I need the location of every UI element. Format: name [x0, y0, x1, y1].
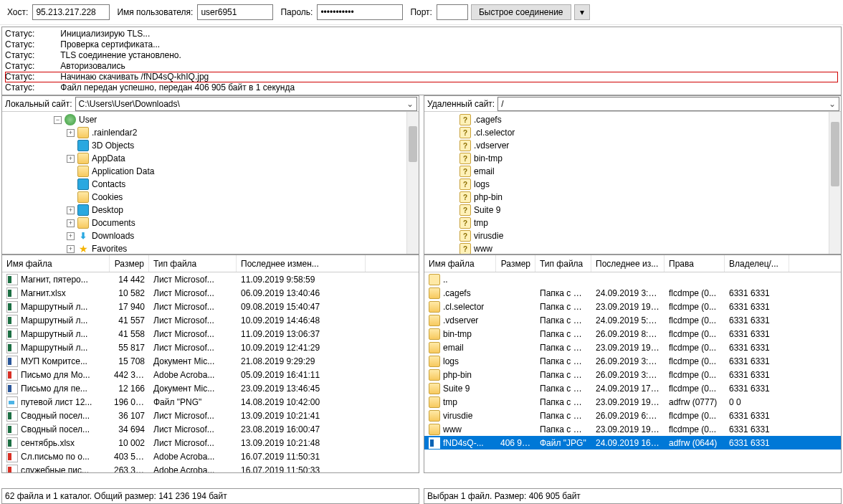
list-row[interactable]: служебные пис...263 362Adobe Acroba...16…: [2, 463, 419, 472]
tree-item[interactable]: Contacts: [2, 178, 419, 191]
tree-item[interactable]: email: [424, 165, 841, 178]
column-header-modified[interactable]: Последнее измен...: [237, 255, 366, 272]
tree-item[interactable]: Suite 9: [424, 204, 841, 217]
folder-icon: [429, 424, 440, 435]
tree-item[interactable]: virusdie: [424, 229, 841, 242]
folder-icon: [77, 166, 89, 177]
list-row[interactable]: ..: [424, 272, 841, 286]
tree-expander[interactable]: +: [67, 129, 75, 137]
tree-item[interactable]: logs: [424, 178, 841, 191]
list-row[interactable]: Сл.письмо по о...403 521Adobe Acroba...1…: [2, 450, 419, 463]
excel-icon: [6, 342, 18, 353]
username-input[interactable]: [197, 4, 273, 20]
list-row[interactable]: Маршрутный л...55 817Лист Microsof...10.…: [2, 341, 419, 354]
tree-item[interactable]: +⬇Downloads: [2, 229, 419, 242]
file-type: Папка с ф...: [535, 411, 591, 421]
file-date: 11.09.2019 9:58:59: [237, 275, 366, 285]
tree-item[interactable]: Application Data: [2, 165, 419, 178]
folder-icon: [77, 217, 89, 229]
list-row[interactable]: php-binПапка с ф...26.09.2019 3:01...flc…: [424, 368, 841, 381]
local-file-list-pane: Имя файла Размер Тип файла Последнее изм…: [1, 255, 419, 473]
column-header-type[interactable]: Тип файла: [535, 255, 591, 272]
remote-path-input[interactable]: / ⌄: [497, 97, 839, 111]
local-site-label: Локальный сайт:: [2, 99, 75, 109]
excel-icon: [6, 274, 18, 285]
list-row[interactable]: Сводный посел...36 107Лист Microsof...13…: [2, 409, 419, 422]
column-header-name[interactable]: Имя файла: [424, 255, 496, 272]
chevron-down-icon: ▾: [580, 7, 584, 17]
list-row[interactable]: МУП Комритсе...15 708Документ Mic...21.0…: [2, 354, 419, 368]
list-row[interactable]: tmpПапка с ф...23.09.2019 19:5...adfrw (…: [424, 395, 841, 409]
host-input[interactable]: [32, 4, 110, 20]
list-row[interactable]: .cagefsПапка с ф...24.09.2019 3:00...flc…: [424, 286, 841, 300]
file-type: Папка с ф...: [535, 424, 591, 434]
tree-item[interactable]: www: [424, 242, 841, 254]
tree-item[interactable]: +AppData: [2, 152, 419, 165]
column-header-type[interactable]: Тип файла: [149, 255, 237, 272]
column-header-owner[interactable]: Владелец/...: [725, 255, 789, 272]
log-line: Статус:TLS соединение установлено.: [5, 50, 838, 61]
list-row[interactable]: wwwПапка с ф...23.09.2019 19:5...flcdmpe…: [424, 422, 841, 436]
column-header-size[interactable]: Размер: [496, 255, 535, 272]
list-row[interactable]: Письмо для Мо...442 313Adobe Acroba...05…: [2, 368, 419, 381]
file-perms: flcdmpe (0...: [665, 343, 725, 353]
tree-item[interactable]: +Desktop: [2, 204, 419, 217]
list-row[interactable]: Сводный посел...34 694Лист Microsof...23…: [2, 422, 419, 436]
file-name: МУП Комритсе...: [21, 356, 87, 366]
column-header-size[interactable]: Размер: [110, 255, 149, 272]
tree-expander[interactable]: +: [67, 232, 75, 240]
list-row[interactable]: virusdieПапка с ф...26.09.2019 6:11...fl…: [424, 409, 841, 422]
tree-expander[interactable]: −: [54, 116, 62, 124]
list-row[interactable]: bin-tmpПапка с ф...26.09.2019 8:28...flc…: [424, 327, 841, 341]
list-row[interactable]: Маршрутный л...41 558Лист Microsof...11.…: [2, 327, 419, 341]
password-input[interactable]: [317, 4, 403, 20]
column-header-modified[interactable]: Последнее из...: [591, 255, 665, 272]
list-row[interactable]: logsПапка с ф...26.09.2019 3:38...flcdmp…: [424, 354, 841, 368]
file-type: Папка с ф...: [535, 397, 591, 407]
tree-item[interactable]: tmp: [424, 217, 841, 229]
file-name: php-bin: [443, 370, 472, 380]
folder-icon: [429, 328, 440, 340]
list-row[interactable]: fND4sQ-...406 905Файл "JPG"24.09.2019 16…: [424, 436, 841, 450]
tree-item[interactable]: +.rainlendar2: [2, 126, 419, 139]
column-header-name[interactable]: Имя файла: [2, 255, 110, 272]
scrollbar[interactable]: [406, 112, 419, 254]
tree-expander[interactable]: +: [67, 155, 75, 163]
list-row[interactable]: сентябрь.xlsx10 002Лист Microsof...13.09…: [2, 436, 419, 450]
tree-item[interactable]: 3D Objects: [2, 139, 419, 152]
list-row[interactable]: emailПапка с ф...23.09.2019 19:5...flcdm…: [424, 341, 841, 354]
tree-item[interactable]: +★Favorites: [2, 242, 419, 254]
list-row[interactable]: путевой лист 12...196 007Файл "PNG"14.08…: [2, 395, 419, 409]
tree-item[interactable]: Cookies: [2, 191, 419, 204]
list-row[interactable]: Suite 9Папка с ф...24.09.2019 17:1...flc…: [424, 381, 841, 395]
local-path-text: C:\Users\User\Downloads\: [79, 99, 180, 109]
list-row[interactable]: Магнит.xlsx10 582Лист Microsof...06.09.2…: [2, 286, 419, 300]
tree-expander[interactable]: +: [67, 245, 75, 253]
tree-item[interactable]: bin-tmp: [424, 152, 841, 165]
quickconnect-button[interactable]: Быстрое соединение: [471, 4, 571, 20]
scrollbar[interactable]: [829, 112, 841, 254]
port-input[interactable]: [437, 4, 468, 20]
excel-icon: [6, 315, 18, 326]
tree-expander[interactable]: +: [67, 206, 75, 214]
list-row[interactable]: Маршрутный л...41 557Лист Microsof...10.…: [2, 313, 419, 327]
list-row[interactable]: .cl.selectorПапка с ф...23.09.2019 19:5.…: [424, 300, 841, 313]
list-row[interactable]: Письмо для пе...12 166Документ Mic...23.…: [2, 381, 419, 395]
list-row[interactable]: .vdserverПапка с ф...24.09.2019 5:55...f…: [424, 313, 841, 327]
tree-item[interactable]: .vdserver: [424, 139, 841, 152]
column-header-permissions[interactable]: Права: [665, 255, 725, 272]
file-type: Лист Microsof...: [149, 424, 237, 434]
quickconnect-history-dropdown[interactable]: ▾: [574, 4, 590, 20]
file-type: Папка с ф...: [535, 329, 591, 339]
tree-item[interactable]: +Documents: [2, 217, 419, 229]
local-path-input[interactable]: C:\Users\User\Downloads\ ⌄: [75, 97, 418, 111]
list-row[interactable]: Маршрутный л...17 940Лист Microsof...09.…: [2, 300, 419, 313]
tree-item[interactable]: .cl.selector: [424, 126, 841, 139]
tree-expander[interactable]: +: [67, 219, 75, 227]
list-row[interactable]: Магнит, пятеро...14 442Лист Microsof...1…: [2, 272, 419, 286]
tree-item[interactable]: php-bin: [424, 191, 841, 204]
tree-item[interactable]: .cagefs: [424, 113, 841, 126]
file-type: Лист Microsof...: [149, 343, 237, 353]
tree-item[interactable]: −User: [2, 113, 419, 126]
file-date: 24.09.2019 3:00...: [591, 288, 665, 298]
